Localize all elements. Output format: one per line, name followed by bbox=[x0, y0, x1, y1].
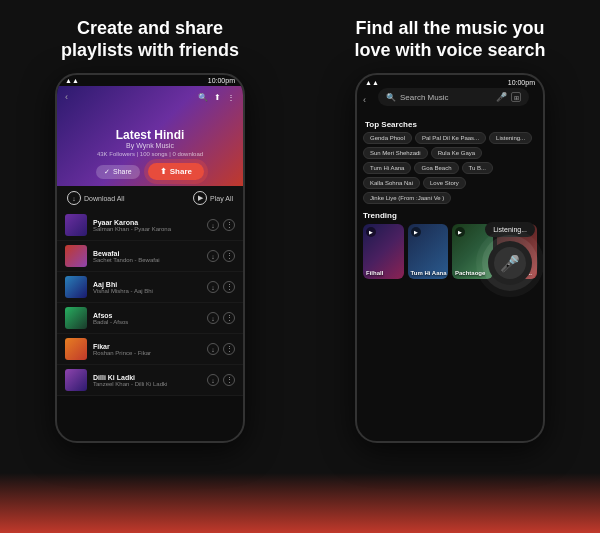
left-time: 10:00pm bbox=[208, 77, 235, 84]
song-thumb bbox=[65, 369, 87, 391]
trending-card[interactable]: ▶ Tum Hi Aana bbox=[408, 224, 449, 279]
song-info: Dilli Ki Ladki Tanzeel Khan - Dilli Ki L… bbox=[93, 374, 207, 387]
song-artist: Badal - Afsos bbox=[93, 319, 207, 325]
song-thumb bbox=[65, 276, 87, 298]
tags-row-2: Sun Meri ShehzadiRula Ke Gaya bbox=[363, 147, 537, 159]
search-icon[interactable]: 🔍 bbox=[198, 93, 208, 102]
tags-row-3: Tum Hi AanaGoa BeachTu B... bbox=[363, 162, 537, 174]
share-small-btn[interactable]: ✓ Share bbox=[96, 165, 140, 179]
trending-card-label: Pachtaoge bbox=[455, 270, 485, 276]
album-header: ‹ 🔍 ⬆ ⋮ Latest Hindi By Wynk Music 43K F… bbox=[57, 86, 243, 186]
search-bar-icon: 🔍 bbox=[386, 93, 396, 102]
song-item[interactable]: Dilli Ki Ladki Tanzeel Khan - Dilli Ki L… bbox=[57, 365, 243, 396]
download-song-icon[interactable]: ↓ bbox=[207, 281, 219, 293]
image-search-icon[interactable]: ⊞ bbox=[511, 92, 521, 102]
action-row: ↓ Download All ▶ Play All bbox=[57, 186, 243, 210]
trending-card[interactable]: ▶ Filhall bbox=[363, 224, 404, 279]
song-name: Dilli Ki Ladki bbox=[93, 374, 207, 381]
right-status-bar: ▲▲ 10:00pm bbox=[357, 75, 543, 88]
search-input[interactable]: Search Music bbox=[400, 93, 492, 102]
search-tag[interactable]: Tum Hi Aana bbox=[363, 162, 411, 174]
song-thumb bbox=[65, 214, 87, 236]
search-bar[interactable]: 🔍 Search Music 🎤 ⊞ bbox=[378, 88, 529, 106]
song-actions: ↓ ⋮ bbox=[207, 219, 235, 231]
share-icon[interactable]: ⬆ bbox=[214, 93, 221, 102]
song-thumb bbox=[65, 307, 87, 329]
more-song-icon[interactable]: ⋮ bbox=[223, 281, 235, 293]
song-artist: Salman Khan - Pyaar Karona bbox=[93, 226, 207, 232]
tags-row-4: Kalla Sohna NaiLove Story bbox=[363, 177, 537, 189]
song-name: Bewafai bbox=[93, 250, 207, 257]
right-panel-title: Find all the music you love with voice s… bbox=[354, 18, 545, 61]
search-tag[interactable]: Rula Ke Gaya bbox=[431, 147, 482, 159]
album-title: Latest Hindi bbox=[116, 128, 185, 142]
trending-title: Trending bbox=[363, 211, 537, 220]
song-name: Fikar bbox=[93, 343, 207, 350]
back-icon[interactable]: ‹ bbox=[65, 92, 68, 102]
check-icon: ✓ bbox=[104, 168, 110, 176]
download-icon: ↓ bbox=[67, 191, 81, 205]
search-tag[interactable]: Goa Beach bbox=[414, 162, 458, 174]
trending-card-label: Filhall bbox=[366, 270, 383, 276]
search-tag[interactable]: Pal Pal Dil Ke Paas... bbox=[415, 132, 486, 144]
album-subtitle: By Wynk Music bbox=[126, 142, 174, 149]
song-info: Fikar Roshan Prince - Fikar bbox=[93, 343, 207, 356]
more-song-icon[interactable]: ⋮ bbox=[223, 343, 235, 355]
left-signal-icon: ▲▲ bbox=[65, 77, 79, 84]
song-artist: Sachet Tandon - Bewafai bbox=[93, 257, 207, 263]
play-icon: ▶ bbox=[193, 191, 207, 205]
tags-row-5: Jinke Liye (From :Jaani Ve ) bbox=[363, 192, 537, 204]
song-item[interactable]: Pyaar Karona Salman Khan - Pyaar Karona … bbox=[57, 210, 243, 241]
search-tag[interactable]: Kalla Sohna Nai bbox=[363, 177, 420, 189]
song-actions: ↓ ⋮ bbox=[207, 374, 235, 386]
more-icon[interactable]: ⋮ bbox=[227, 93, 235, 102]
more-song-icon[interactable]: ⋮ bbox=[223, 219, 235, 231]
download-song-icon[interactable]: ↓ bbox=[207, 250, 219, 262]
play-card-icon: ▶ bbox=[366, 227, 376, 237]
song-actions: ↓ ⋮ bbox=[207, 281, 235, 293]
song-info: Aaj Bhi Vishal Mishra - Aaj Bhi bbox=[93, 281, 207, 294]
more-song-icon[interactable]: ⋮ bbox=[223, 312, 235, 324]
song-item[interactable]: Aaj Bhi Vishal Mishra - Aaj Bhi ↓ ⋮ bbox=[57, 272, 243, 303]
download-song-icon[interactable]: ↓ bbox=[207, 374, 219, 386]
download-song-icon[interactable]: ↓ bbox=[207, 219, 219, 231]
more-song-icon[interactable]: ⋮ bbox=[223, 250, 235, 262]
album-meta: 43K Followers | 100 songs | 0 download bbox=[97, 151, 203, 157]
left-status-bar: ▲▲ 10:00pm bbox=[57, 75, 243, 86]
song-artist: Vishal Mishra - Aaj Bhi bbox=[93, 288, 207, 294]
song-artist: Tanzeel Khan - Dilli Ki Ladki bbox=[93, 381, 207, 387]
share-arrow-icon: ⬆ bbox=[160, 167, 167, 176]
song-list: Pyaar Karona Salman Khan - Pyaar Karona … bbox=[57, 210, 243, 396]
mic-circle[interactable]: 🎤 bbox=[488, 241, 532, 285]
search-tag[interactable]: Listening... bbox=[489, 132, 532, 144]
back-icon-right[interactable]: ‹ bbox=[363, 95, 366, 105]
song-info: Pyaar Karona Salman Khan - Pyaar Karona bbox=[93, 219, 207, 232]
song-item[interactable]: Bewafai Sachet Tandon - Bewafai ↓ ⋮ bbox=[57, 241, 243, 272]
song-actions: ↓ ⋮ bbox=[207, 250, 235, 262]
download-song-icon[interactable]: ↓ bbox=[207, 312, 219, 324]
download-all-btn[interactable]: ↓ Download All bbox=[67, 191, 124, 205]
download-song-icon[interactable]: ↓ bbox=[207, 343, 219, 355]
song-actions: ↓ ⋮ bbox=[207, 312, 235, 324]
play-all-btn[interactable]: ▶ Play All bbox=[193, 191, 233, 205]
search-tag[interactable]: Sun Meri Shehzadi bbox=[363, 147, 428, 159]
mic-inner: 🎤 bbox=[494, 247, 526, 279]
right-signal-icon: ▲▲ bbox=[365, 79, 379, 86]
search-tag[interactable]: Jinke Liye (From :Jaani Ve ) bbox=[363, 192, 451, 204]
search-tag[interactable]: Genda Phool bbox=[363, 132, 412, 144]
song-info: Bewafai Sachet Tandon - Bewafai bbox=[93, 250, 207, 263]
right-time: 10:00pm bbox=[508, 79, 535, 86]
song-name: Pyaar Karona bbox=[93, 219, 207, 226]
left-panel-title: Create and share playlists with friends bbox=[61, 18, 239, 61]
voice-overlay: Listening... 🎤 bbox=[485, 222, 535, 285]
search-tag[interactable]: Tu B... bbox=[462, 162, 493, 174]
mic-icon[interactable]: 🎤 bbox=[496, 92, 507, 102]
more-song-icon[interactable]: ⋮ bbox=[223, 374, 235, 386]
song-thumb bbox=[65, 338, 87, 360]
song-name: Aaj Bhi bbox=[93, 281, 207, 288]
share-large-btn[interactable]: ⬆ Share bbox=[148, 163, 204, 180]
song-item[interactable]: Afsos Badal - Afsos ↓ ⋮ bbox=[57, 303, 243, 334]
song-item[interactable]: Fikar Roshan Prince - Fikar ↓ ⋮ bbox=[57, 334, 243, 365]
search-tag[interactable]: Love Story bbox=[423, 177, 466, 189]
play-card-icon: ▶ bbox=[455, 227, 465, 237]
